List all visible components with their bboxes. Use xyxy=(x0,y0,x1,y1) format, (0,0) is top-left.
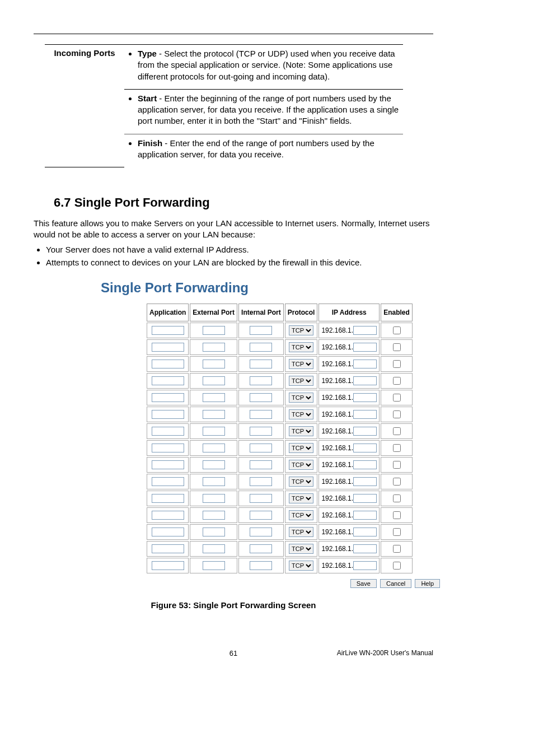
protocol-select[interactable]: TCP xyxy=(289,544,313,554)
protocol-select[interactable]: TCP xyxy=(289,376,313,386)
internal-port-input[interactable] xyxy=(250,460,272,469)
ip-suffix-input[interactable] xyxy=(353,393,377,402)
internal-port-input[interactable] xyxy=(250,544,272,553)
external-port-input[interactable] xyxy=(203,376,225,385)
ip-suffix-input[interactable] xyxy=(353,511,377,520)
internal-port-input[interactable] xyxy=(250,494,272,503)
enabled-checkbox[interactable] xyxy=(393,444,401,452)
internal-port-input[interactable] xyxy=(250,444,272,452)
external-port-input[interactable] xyxy=(203,427,225,436)
application-input[interactable] xyxy=(152,561,184,570)
enabled-checkbox[interactable] xyxy=(393,343,401,351)
ip-suffix-input[interactable] xyxy=(353,494,377,503)
ip-suffix-input[interactable] xyxy=(353,427,377,436)
ip-suffix-input[interactable] xyxy=(353,343,377,352)
enabled-checkbox[interactable] xyxy=(393,427,401,435)
external-port-input[interactable] xyxy=(203,360,225,368)
enabled-checkbox[interactable] xyxy=(393,494,401,502)
external-port-input[interactable] xyxy=(203,528,225,536)
application-input[interactable] xyxy=(152,427,184,436)
enabled-checkbox[interactable] xyxy=(393,545,401,553)
enabled-checkbox[interactable] xyxy=(393,511,401,519)
protocol-select[interactable]: TCP xyxy=(289,393,313,403)
external-port-input[interactable] xyxy=(203,410,225,419)
external-port-input[interactable] xyxy=(203,393,225,402)
enabled-checkbox[interactable] xyxy=(393,377,401,385)
protocol-select[interactable]: TCP xyxy=(289,325,313,335)
external-port-input[interactable] xyxy=(203,477,225,486)
protocol-select[interactable]: TCP xyxy=(289,342,313,352)
ip-suffix-input[interactable] xyxy=(353,477,377,486)
protocol-select[interactable]: TCP xyxy=(289,359,313,369)
application-input[interactable] xyxy=(152,410,184,419)
ip-suffix-input[interactable] xyxy=(353,528,377,536)
ip-suffix-input[interactable] xyxy=(353,460,377,469)
protocol-select[interactable]: TCP xyxy=(289,409,313,419)
external-port-input[interactable] xyxy=(203,511,225,520)
application-input[interactable] xyxy=(152,511,184,520)
application-input[interactable] xyxy=(152,360,184,368)
protocol-select[interactable]: TCP xyxy=(289,426,313,436)
external-port-input[interactable] xyxy=(203,343,225,352)
protocol-select[interactable]: TCP xyxy=(289,561,313,571)
protocol-select[interactable]: TCP xyxy=(289,477,313,487)
ip-suffix-input[interactable] xyxy=(353,561,377,570)
application-input[interactable] xyxy=(152,393,184,402)
internal-port-input[interactable] xyxy=(250,410,272,419)
ip-suffix-input[interactable] xyxy=(353,444,377,452)
external-port-input[interactable] xyxy=(203,326,225,335)
help-button[interactable]: Help xyxy=(415,579,440,588)
internal-port-input[interactable] xyxy=(250,528,272,536)
enabled-checkbox[interactable] xyxy=(393,410,401,418)
application-input[interactable] xyxy=(152,326,184,335)
enabled-checkbox[interactable] xyxy=(393,528,401,536)
application-input[interactable] xyxy=(152,444,184,452)
application-input[interactable] xyxy=(152,544,184,553)
enabled-checkbox[interactable] xyxy=(393,478,401,486)
table-row: TCP192.168.1. xyxy=(147,541,413,557)
def-start-cell: Start - Enter the beginning of the range… xyxy=(124,89,403,134)
application-input[interactable] xyxy=(152,477,184,486)
ip-prefix: 192.168.1. xyxy=(321,528,353,536)
ip-suffix-input[interactable] xyxy=(353,326,377,335)
protocol-select[interactable]: TCP xyxy=(289,493,313,503)
application-input[interactable] xyxy=(152,376,184,385)
application-input[interactable] xyxy=(152,460,184,469)
ip-prefix: 192.168.1. xyxy=(321,343,353,351)
external-port-input[interactable] xyxy=(203,460,225,469)
ip-prefix: 192.168.1. xyxy=(321,394,353,402)
application-input[interactable] xyxy=(152,528,184,536)
ip-suffix-input[interactable] xyxy=(353,376,377,385)
application-input[interactable] xyxy=(152,343,184,352)
protocol-select[interactable]: TCP xyxy=(289,527,313,537)
internal-port-input[interactable] xyxy=(250,393,272,402)
internal-port-input[interactable] xyxy=(250,343,272,352)
internal-port-input[interactable] xyxy=(250,561,272,570)
ip-suffix-input[interactable] xyxy=(353,410,377,419)
enabled-checkbox[interactable] xyxy=(393,360,401,368)
application-input[interactable] xyxy=(152,494,184,503)
protocol-select[interactable]: TCP xyxy=(289,443,313,453)
internal-port-input[interactable] xyxy=(250,360,272,368)
protocol-select[interactable]: TCP xyxy=(289,510,313,520)
external-port-input[interactable] xyxy=(203,561,225,570)
save-button[interactable]: Save xyxy=(350,579,377,588)
enabled-checkbox[interactable] xyxy=(393,562,401,570)
cancel-button[interactable]: Cancel xyxy=(380,579,411,588)
ip-suffix-input[interactable] xyxy=(353,360,377,368)
external-port-input[interactable] xyxy=(203,494,225,503)
internal-port-input[interactable] xyxy=(250,326,272,335)
internal-port-input[interactable] xyxy=(250,511,272,520)
table-row: TCP192.168.1. xyxy=(147,323,413,338)
enabled-checkbox[interactable] xyxy=(393,326,401,334)
enabled-checkbox[interactable] xyxy=(393,461,401,469)
enabled-checkbox[interactable] xyxy=(393,394,401,402)
ip-suffix-input[interactable] xyxy=(353,544,377,553)
external-port-input[interactable] xyxy=(203,544,225,553)
internal-port-input[interactable] xyxy=(250,376,272,385)
internal-port-input[interactable] xyxy=(250,477,272,486)
external-port-input[interactable] xyxy=(203,444,225,452)
protocol-select[interactable]: TCP xyxy=(289,460,313,470)
internal-port-input[interactable] xyxy=(250,427,272,436)
page-footer: 61 AirLive WN-200R User's Manual xyxy=(34,649,433,657)
